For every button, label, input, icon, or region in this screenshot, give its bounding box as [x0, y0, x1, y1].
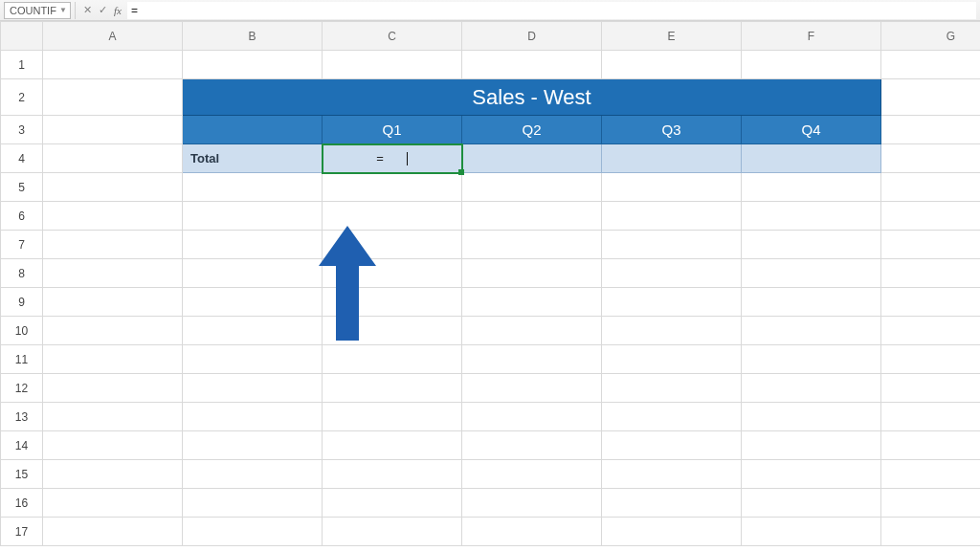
- cell[interactable]: [881, 231, 981, 259]
- cell[interactable]: [462, 202, 602, 231]
- row-header-1[interactable]: 1: [1, 51, 43, 79]
- formula-input[interactable]: [127, 2, 976, 19]
- cell[interactable]: [602, 460, 742, 489]
- cell[interactable]: [881, 51, 981, 79]
- cell[interactable]: [462, 489, 602, 518]
- cell[interactable]: [742, 345, 881, 374]
- cell[interactable]: [881, 431, 981, 460]
- row-header-7[interactable]: 7: [1, 231, 43, 259]
- cell[interactable]: [323, 259, 462, 288]
- cancel-entry-button[interactable]: ✕: [79, 3, 95, 18]
- cell[interactable]: [43, 403, 183, 431]
- col-header-G[interactable]: G: [881, 22, 981, 51]
- cell[interactable]: [183, 288, 323, 317]
- cell[interactable]: [742, 317, 881, 345]
- cell[interactable]: [742, 231, 881, 259]
- cell[interactable]: [43, 345, 183, 374]
- cell[interactable]: [323, 489, 462, 518]
- cell[interactable]: [43, 79, 183, 116]
- row-header-2[interactable]: 2: [1, 79, 43, 116]
- row-header-17[interactable]: 17: [1, 518, 43, 546]
- cell[interactable]: [462, 51, 602, 79]
- row-header-11[interactable]: 11: [1, 345, 43, 374]
- cell[interactable]: [602, 374, 742, 403]
- cell[interactable]: [881, 144, 981, 173]
- cell[interactable]: [462, 345, 602, 374]
- cell[interactable]: [43, 51, 183, 79]
- active-cell-C4[interactable]: =: [323, 144, 462, 173]
- cell[interactable]: [43, 431, 183, 460]
- cell[interactable]: [602, 202, 742, 231]
- row-header-10[interactable]: 10: [1, 317, 43, 345]
- cell[interactable]: [183, 259, 323, 288]
- cell[interactable]: [183, 317, 323, 345]
- table-header-blank[interactable]: [183, 116, 323, 144]
- table-header-q3[interactable]: Q3: [602, 116, 742, 144]
- row-header-16[interactable]: 16: [1, 489, 43, 518]
- cell[interactable]: [602, 518, 742, 546]
- table-header-q1[interactable]: Q1: [323, 116, 462, 144]
- cell[interactable]: [323, 403, 462, 431]
- cell[interactable]: [323, 374, 462, 403]
- cell[interactable]: [183, 489, 323, 518]
- cell[interactable]: [183, 374, 323, 403]
- cell[interactable]: [881, 345, 981, 374]
- cell[interactable]: [462, 231, 602, 259]
- cell[interactable]: [43, 288, 183, 317]
- cell[interactable]: [183, 431, 323, 460]
- cell[interactable]: [323, 317, 462, 345]
- cell[interactable]: [742, 374, 881, 403]
- cell[interactable]: [462, 374, 602, 403]
- cell[interactable]: [602, 489, 742, 518]
- cell[interactable]: [881, 460, 981, 489]
- table-header-q2[interactable]: Q2: [462, 116, 602, 144]
- cell[interactable]: [43, 116, 183, 144]
- row-header-5[interactable]: 5: [1, 173, 43, 202]
- cell[interactable]: [183, 202, 323, 231]
- cell[interactable]: [742, 173, 881, 202]
- cell[interactable]: [742, 51, 881, 79]
- table-title[interactable]: Sales - West: [183, 79, 881, 116]
- cell[interactable]: [881, 489, 981, 518]
- cell[interactable]: [43, 231, 183, 259]
- cell[interactable]: [742, 489, 881, 518]
- name-box[interactable]: COUNTIF ▼: [4, 2, 71, 19]
- cell[interactable]: [881, 202, 981, 231]
- row-header-13[interactable]: 13: [1, 403, 43, 431]
- cell[interactable]: [602, 317, 742, 345]
- cell[interactable]: [43, 202, 183, 231]
- table-cell-q2[interactable]: [462, 144, 602, 173]
- table-cell-q3[interactable]: [602, 144, 742, 173]
- cell[interactable]: [323, 431, 462, 460]
- cell[interactable]: [602, 231, 742, 259]
- cell[interactable]: [462, 317, 602, 345]
- table-header-q4[interactable]: Q4: [742, 116, 881, 144]
- row-header-9[interactable]: 9: [1, 288, 43, 317]
- table-cell-q4[interactable]: [742, 144, 881, 173]
- cell[interactable]: [462, 431, 602, 460]
- cell[interactable]: [602, 51, 742, 79]
- cell[interactable]: [602, 345, 742, 374]
- cell[interactable]: [323, 202, 462, 231]
- cell[interactable]: [183, 173, 323, 202]
- cell[interactable]: [323, 51, 462, 79]
- cell[interactable]: [462, 288, 602, 317]
- row-header-12[interactable]: 12: [1, 374, 43, 403]
- cell[interactable]: [742, 288, 881, 317]
- col-header-F[interactable]: F: [742, 22, 881, 51]
- cell[interactable]: [43, 518, 183, 546]
- row-header-8[interactable]: 8: [1, 259, 43, 288]
- cell[interactable]: [881, 288, 981, 317]
- row-header-6[interactable]: 6: [1, 202, 43, 231]
- cell[interactable]: [742, 460, 881, 489]
- cell[interactable]: [43, 259, 183, 288]
- cell[interactable]: [881, 173, 981, 202]
- cell[interactable]: [742, 431, 881, 460]
- cell[interactable]: [881, 317, 981, 345]
- cell[interactable]: [43, 173, 183, 202]
- col-header-D[interactable]: D: [462, 22, 602, 51]
- select-all-corner[interactable]: [1, 22, 43, 51]
- col-header-C[interactable]: C: [323, 22, 462, 51]
- cell[interactable]: [742, 259, 881, 288]
- cell[interactable]: [323, 288, 462, 317]
